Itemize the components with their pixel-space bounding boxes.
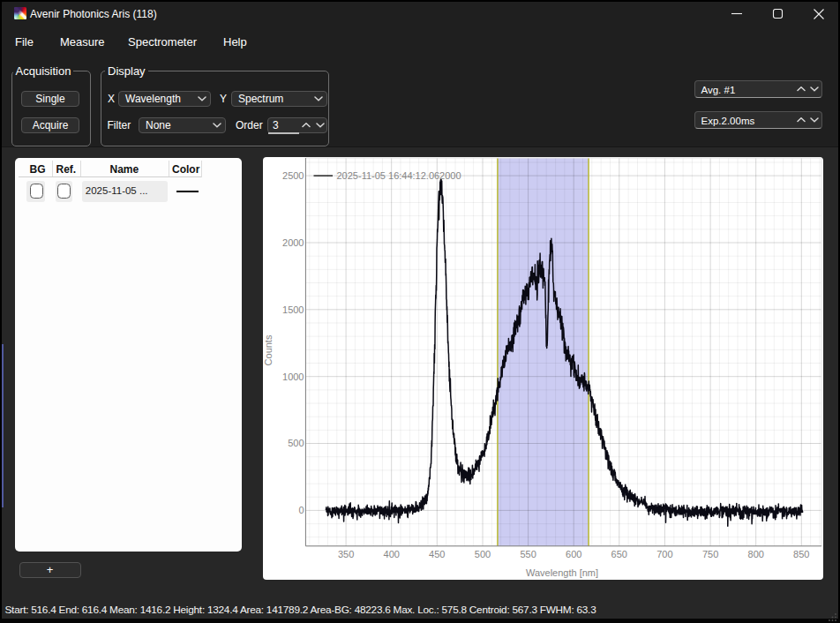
svg-text:500: 500 (475, 548, 491, 559)
svg-text:1000: 1000 (282, 371, 304, 381)
svg-text:2025-11-05 16:44:12.062000: 2025-11-05 16:44:12.062000 (337, 170, 461, 181)
svg-text:2000: 2000 (282, 236, 304, 247)
svg-text:550: 550 (520, 548, 536, 559)
svg-text:400: 400 (384, 548, 400, 559)
svg-text:2500: 2500 (282, 169, 304, 180)
svg-text:500: 500 (288, 438, 304, 448)
svg-text:450: 450 (429, 548, 445, 559)
svg-text:800: 800 (748, 548, 764, 559)
svg-text:0: 0 (298, 505, 304, 515)
svg-text:Counts: Counts (263, 334, 274, 365)
svg-text:1500: 1500 (282, 304, 304, 314)
svg-text:650: 650 (611, 548, 627, 559)
svg-text:750: 750 (702, 548, 718, 559)
svg-text:700: 700 (656, 548, 672, 559)
svg-text:600: 600 (566, 548, 581, 559)
svg-text:350: 350 (338, 548, 354, 559)
svg-text:Wavelength [nm]: Wavelength [nm] (526, 567, 598, 578)
svg-text:850: 850 (793, 548, 809, 559)
